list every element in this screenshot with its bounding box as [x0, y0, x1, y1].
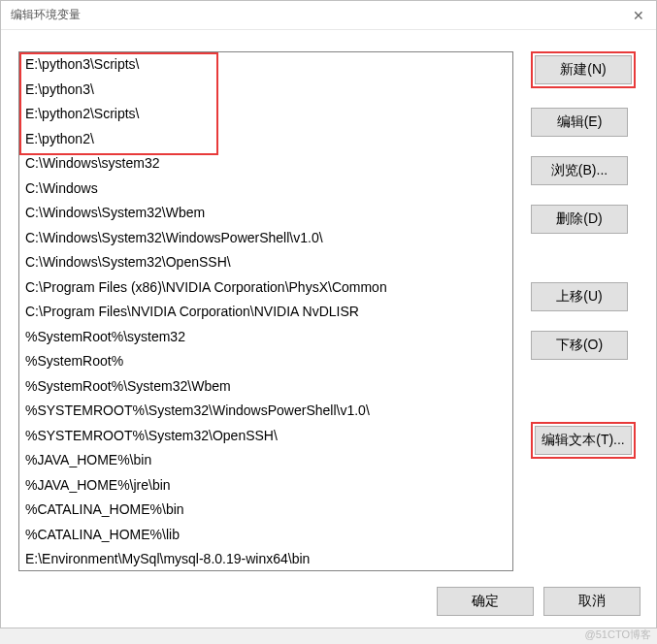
list-item[interactable]: C:\Windows\system32 — [19, 151, 512, 177]
dialog-title: 编辑环境变量 — [11, 7, 81, 23]
button-column: 新建(N) 编辑(E) 浏览(B)... 删除(D) 上移(U) 下移(O) 编… — [531, 51, 636, 571]
list-item[interactable]: C:\Program Files\NVIDIA Corporation\NVID… — [19, 300, 512, 325]
list-item[interactable]: %JAVA_HOME%\jre\bin — [19, 473, 512, 499]
move-up-button[interactable]: 上移(U) — [531, 282, 628, 311]
list-item[interactable]: C:\Windows — [19, 177, 512, 202]
list-item[interactable]: %SystemRoot% — [19, 349, 512, 374]
list-item[interactable]: E:\python3\Scripts\ — [19, 52, 512, 78]
new-button[interactable]: 新建(N) — [535, 55, 632, 84]
list-item[interactable]: %SYSTEMROOT%\System32\OpenSSH\ — [19, 424, 512, 449]
list-item[interactable]: E:\Environment\MySql\mysql-8.0.19-winx64… — [19, 547, 512, 571]
edit-button[interactable]: 编辑(E) — [531, 108, 628, 137]
ok-button[interactable]: 确定 — [437, 587, 534, 616]
browse-button[interactable]: 浏览(B)... — [531, 156, 628, 185]
list-item[interactable]: %JAVA_HOME%\bin — [19, 448, 512, 473]
list-item[interactable]: E:\python2\Scripts\ — [19, 102, 512, 127]
move-down-button[interactable]: 下移(O) — [531, 331, 628, 360]
edit-text-button[interactable]: 编辑文本(T)... — [535, 426, 632, 455]
highlight-annotation: 编辑文本(T)... — [531, 422, 636, 459]
list-item[interactable]: C:\Windows\System32\Wbem — [19, 201, 512, 226]
list-item[interactable]: E:\python3\ — [19, 78, 512, 103]
titlebar: 编辑环境变量 ✕ — [1, 1, 656, 30]
list-item[interactable]: %SYSTEMROOT%\System32\WindowsPowerShell\… — [19, 399, 512, 424]
list-item[interactable]: %SystemRoot%\system32 — [19, 325, 512, 350]
list-item[interactable]: C:\Program Files (x86)\NVIDIA Corporatio… — [19, 275, 512, 301]
list-item[interactable]: %CATALINA_HOME%\lib — [19, 523, 512, 548]
list-item[interactable]: C:\Windows\System32\OpenSSH\ — [19, 250, 512, 275]
list-item[interactable]: C:\Windows\System32\WindowsPowerShell\v1… — [19, 226, 512, 251]
edit-env-var-dialog: 编辑环境变量 ✕ E:\python3\Scripts\E:\python3\E… — [0, 0, 657, 628]
path-listbox[interactable]: E:\python3\Scripts\E:\python3\E:\python2… — [18, 51, 513, 571]
cancel-button[interactable]: 取消 — [543, 587, 641, 616]
highlight-annotation: 新建(N) — [531, 51, 636, 88]
footer-buttons: 确定 取消 — [437, 587, 641, 616]
list-item[interactable]: E:\python2\ — [19, 127, 512, 152]
content-area: E:\python3\Scripts\E:\python3\E:\python2… — [1, 30, 656, 571]
watermark-text: @51CTO博客 — [585, 628, 651, 642]
delete-button[interactable]: 删除(D) — [531, 205, 628, 234]
list-item[interactable]: %SystemRoot%\System32\Wbem — [19, 374, 512, 400]
list-item[interactable]: %CATALINA_HOME%\bin — [19, 498, 512, 523]
close-icon[interactable]: ✕ — [629, 8, 648, 23]
